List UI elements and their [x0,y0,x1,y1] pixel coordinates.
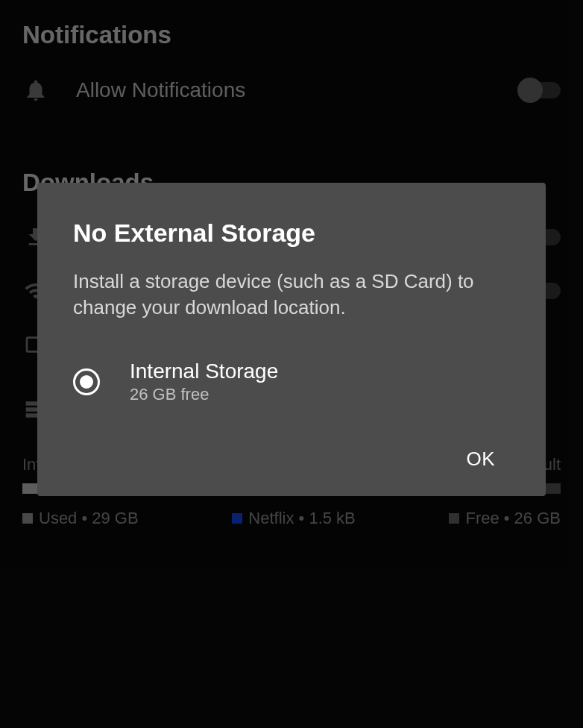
dialog-message: Install a storage device (such as a SD C… [73,269,510,321]
option-sublabel: 26 GB free [130,385,278,404]
storage-dialog: No External Storage Install a storage de… [37,183,546,496]
storage-option-internal[interactable]: Internal Storage 26 GB free [73,360,510,404]
radio-selected-icon [73,368,100,395]
option-label: Internal Storage [130,360,278,383]
ok-button[interactable]: OK [451,440,510,478]
dialog-title: No External Storage [73,219,510,248]
